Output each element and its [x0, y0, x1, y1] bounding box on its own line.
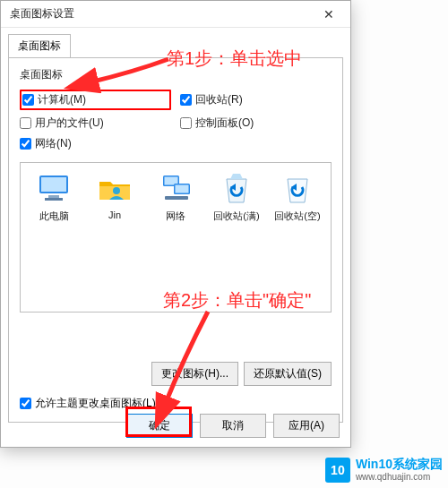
svg-point-4: [113, 187, 120, 194]
icon-this-pc-label: 此电脑: [26, 210, 82, 223]
monitor-icon: [36, 170, 72, 206]
svg-rect-1: [41, 177, 66, 192]
icon-button-row: 更改图标(H)... 还原默认值(S): [151, 362, 332, 386]
close-icon: ✕: [323, 7, 334, 21]
watermark: 10 Win10系统家园 www.qdhuajin.com: [325, 457, 443, 483]
icon-this-pc[interactable]: 此电脑: [26, 170, 82, 304]
change-icon-button[interactable]: 更改图标(H)...: [151, 362, 238, 386]
user-folder-icon: [97, 170, 133, 206]
annotation-step1: 第1步：单击选中: [167, 47, 302, 71]
check-controlpanel-input[interactable]: [180, 117, 192, 129]
close-button[interactable]: ✕: [311, 2, 347, 27]
check-controlpanel[interactable]: 控制面板(O): [180, 116, 332, 131]
tab-panel: 桌面图标 计算机(M) 回收站(R) 用户的文件(U) 控制面板(O) 网络(N…: [8, 57, 343, 423]
watermark-line1: Win10系统家园: [356, 457, 443, 472]
check-userfiles[interactable]: 用户的文件(U): [20, 116, 171, 131]
svg-rect-2: [48, 195, 59, 198]
titlebar: 桌面图标设置 ✕: [1, 1, 350, 28]
check-userfiles-label: 用户的文件(U): [35, 116, 104, 131]
recycle-full-icon: [219, 170, 254, 206]
checkbox-grid: 计算机(M) 回收站(R) 用户的文件(U) 控制面板(O) 网络(N): [20, 90, 332, 151]
check-computer[interactable]: 计算机(M): [20, 90, 171, 110]
check-computer-input[interactable]: [22, 94, 34, 106]
icon-recycle-full-label: 回收站(满): [209, 210, 264, 223]
cancel-button[interactable]: 取消: [200, 414, 266, 438]
icon-recycle-empty-label: 回收站(空): [270, 210, 325, 223]
dialog-buttons: 确定 取消 应用(A): [126, 414, 340, 438]
check-network-label: 网络(N): [35, 136, 72, 151]
restore-defaults-button[interactable]: 还原默认值(S): [244, 362, 332, 386]
check-recycle[interactable]: 回收站(R): [180, 90, 332, 110]
icon-recycle-empty[interactable]: 回收站(空): [270, 170, 325, 304]
window-title: 桌面图标设置: [10, 6, 311, 21]
svg-rect-9: [165, 196, 188, 200]
icon-recycle-full[interactable]: 回收站(满): [209, 170, 264, 304]
watermark-badge: 10: [325, 458, 350, 483]
allow-theme-label: 允许主题更改桌面图标(L): [35, 396, 156, 411]
icon-network[interactable]: 网络: [148, 170, 203, 304]
icon-user-folder[interactable]: Jin: [87, 170, 142, 304]
annotation-step2: 第2步：单击"确定": [163, 288, 311, 312]
check-recycle-input[interactable]: [180, 94, 192, 106]
svg-rect-3: [45, 198, 63, 201]
network-icon: [158, 170, 194, 206]
svg-rect-8: [176, 185, 189, 193]
allow-theme-input[interactable]: [20, 398, 31, 409]
check-computer-label: 计算机(M): [38, 92, 86, 107]
icon-network-label: 网络: [148, 210, 203, 223]
check-network-input[interactable]: [20, 138, 31, 150]
check-recycle-label: 回收站(R): [195, 92, 243, 107]
check-controlpanel-label: 控制面板(O): [195, 116, 254, 131]
allow-theme-checkbox[interactable]: 允许主题更改桌面图标(L): [20, 396, 156, 411]
apply-button[interactable]: 应用(A): [273, 414, 340, 438]
tab-desktop-icons[interactable]: 桌面图标: [8, 34, 71, 58]
check-userfiles-input[interactable]: [20, 117, 31, 129]
recycle-empty-icon: [280, 170, 315, 206]
ok-button[interactable]: 确定: [126, 414, 193, 438]
check-network[interactable]: 网络(N): [20, 136, 171, 151]
watermark-line2: www.qdhuajin.com: [356, 472, 443, 483]
watermark-text: Win10系统家园 www.qdhuajin.com: [356, 457, 443, 483]
icon-user-folder-label: Jin: [87, 210, 142, 220]
